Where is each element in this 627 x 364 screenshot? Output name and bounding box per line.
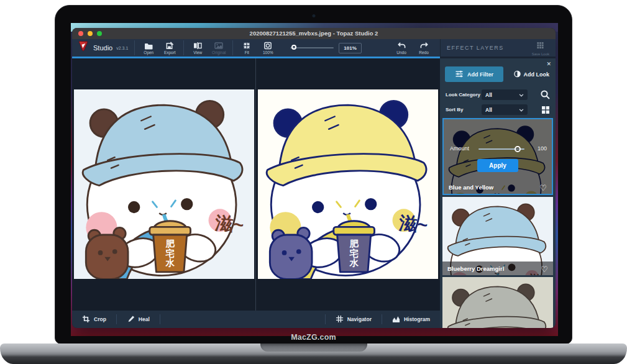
look-category-select[interactable]: All [482,89,528,100]
window-title: 20200827121255_mvbxs.jpeg - Topaz Studio… [72,28,556,39]
zoom-slider: 101% [290,43,361,53]
before-pane: 肥宅水 滋~ [72,58,256,311]
heal-button[interactable]: Heal [124,315,152,324]
search-icon[interactable] [541,90,550,99]
fit-button[interactable]: Fit [239,42,254,55]
laptop-frame: 20200827121255_mvbxs.jpeg - Topaz Studio… [55,5,572,344]
zoom-100-button[interactable]: 100% [260,42,275,55]
add-filter-button[interactable]: Add Filter [445,66,503,82]
histogram-button[interactable]: Histogram [390,315,432,324]
crop-icon [82,315,90,324]
view-tools: Navigator Histogram [318,314,440,324]
zoom-group: Fit 100% [232,40,281,55]
redo-button[interactable]: Redo [416,42,431,55]
sort-by-select[interactable]: All [482,104,528,115]
svg-text:滋~: 滋~ [214,212,245,235]
effect-layers-panel: ✕ Add Filter Add Look [440,58,556,328]
effect-layers-header: EFFECT LAYERS [447,45,504,51]
look-thumbnail: 肥宅水 滋~ [444,119,552,194]
navigator-icon [336,315,344,324]
after-image: 肥宅水 滋~ [258,89,438,280]
separator [325,314,326,324]
heal-pencil-icon [127,315,135,324]
svg-text:肥宅水: 肥宅水 [165,239,175,268]
add-look-button[interactable]: Add Look [514,70,550,79]
lid-opening-notch [260,344,367,352]
chevron-down-icon [519,107,524,113]
favorite-heart-icon[interactable]: ♡ [539,184,547,192]
amount-row: Amount 100 [444,144,552,153]
folder-icon [144,42,153,50]
look-card-blueberry-dreamgirl[interactable]: 肥宅水 滋~ Blueberry Dreamgirl ♡ [442,197,553,275]
after-pane: 肥宅水 滋~ [256,58,440,311]
image-canvas[interactable]: 肥宅水 滋~ 肥宅水 滋~ [72,58,440,311]
app-window: 20200827121255_mvbxs.jpeg - Topaz Studio… [72,28,556,328]
sliders-icon [455,70,464,79]
zoom-slider-track[interactable] [290,47,334,48]
save-look-label: Save Look [532,52,549,56]
sort-by-label: Sort By [446,107,482,112]
export-button[interactable]: Export [162,42,177,55]
redo-icon [419,42,429,50]
half-circle-look-icon [514,70,521,79]
view-button[interactable]: View [190,42,205,55]
chevron-down-icon [519,92,524,98]
looks-list: 肥宅水 滋~ Amount 100 Apply [442,118,553,328]
look-name: Blue and Yellow [449,184,493,191]
topaz-logo-icon [77,40,89,55]
grid-view-icon[interactable] [541,106,550,114]
look-category-label: Look Category [446,92,482,98]
main-area: 肥宅水 滋~ 肥宅水 滋~ [72,58,556,328]
zoom-value[interactable]: 101% [339,43,361,53]
favorite-heart-icon[interactable]: ♡ [541,265,548,273]
app-version: v2.3.1 [116,46,128,50]
screenshot-root: 20200827121255_mvbxs.jpeg - Topaz Studio… [0,0,627,364]
add-row: Add Filter Add Look [440,66,556,82]
look-card-blue-and-yellow[interactable]: 肥宅水 滋~ Amount 100 Apply [442,118,553,195]
crop-button[interactable]: Crop [80,315,109,324]
apply-button[interactable]: Apply [477,159,518,172]
original-button[interactable]: Original [211,42,226,55]
edit-tools: Crop Heal [72,314,168,324]
file-group: Open Export [134,40,183,55]
actual-size-icon [263,42,272,50]
canvas-column: 肥宅水 滋~ 肥宅水 滋~ [72,58,440,328]
before-image: 肥宅水 滋~ [74,89,254,280]
fit-arrows-icon [242,42,251,50]
laptop-screen: 20200827121255_mvbxs.jpeg - Topaz Studio… [71,23,558,336]
svg-text:肥宅水: 肥宅水 [349,239,359,268]
separator [382,314,382,324]
look-category-row: Look Category All [440,89,556,100]
separator [116,314,117,324]
history-group: Undo Redo [394,42,435,55]
amount-slider-knob[interactable] [515,146,521,152]
titlebar[interactable]: 20200827121255_mvbxs.jpeg - Topaz Studio… [72,28,556,39]
amount-value: 100 [538,145,547,152]
save-look-grid-icon [536,40,544,52]
amount-slider-track[interactable] [478,148,524,150]
zoom-slider-knob[interactable] [291,45,296,50]
svg-text:滋~: 滋~ [398,212,429,235]
toolbar-left: Studio v2.3.1 Open Export [72,39,440,57]
open-button[interactable]: Open [141,42,156,55]
look-name: Blueberry Dreamgirl [447,265,504,272]
undo-button[interactable]: Undo [394,42,409,55]
look-card-partial[interactable]: 肥宅水 滋~ [442,277,553,328]
split-view-icon [193,42,202,50]
look-thumbnail: 肥宅水 滋~ [442,277,553,328]
image-icon [214,42,223,50]
view-group: View Original [183,40,232,55]
sort-by-row: Sort By All [440,104,556,115]
amount-label: Amount [450,145,469,152]
histogram-icon [392,315,400,324]
toolbar: Studio v2.3.1 Open Export [72,39,556,57]
save-look-button[interactable]: Save Look [532,40,549,56]
app-name: Studio [93,44,112,52]
navigator-button[interactable]: Navigator [333,315,374,324]
app-logo-block: Studio v2.3.1 [77,40,134,55]
webcam-dot [312,14,315,17]
bottom-toolbar: Crop Heal [72,311,440,328]
undo-icon [397,42,406,50]
separator [160,314,160,324]
panel-header: EFFECT LAYERS Save Look [440,39,556,57]
